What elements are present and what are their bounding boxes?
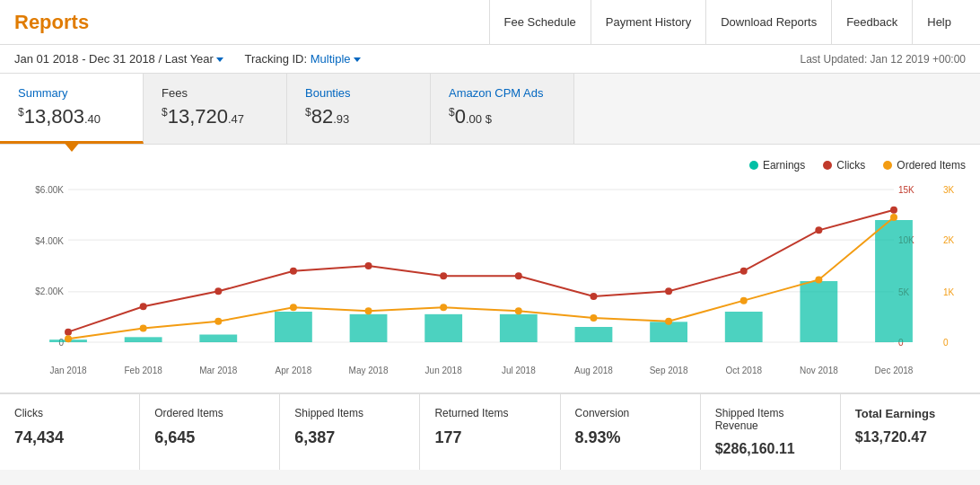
tab-summary-title: Summary [18, 86, 116, 100]
header: Reports Fee Schedule Payment History Dow… [0, 0, 980, 45]
nav-tab-help[interactable]: Help [912, 0, 966, 45]
nav-tab-feedback[interactable]: Feedback [831, 0, 912, 45]
legend-earnings: Earnings [749, 159, 805, 172]
legend-earnings-dot [749, 161, 758, 170]
svg-text:1K: 1K [943, 287, 955, 297]
svg-rect-21 [424, 314, 462, 342]
svg-point-46 [515, 307, 522, 314]
chart-legend: Earnings Clicks Ordered Items [14, 159, 966, 172]
svg-rect-19 [275, 312, 312, 342]
svg-point-44 [365, 307, 372, 314]
tracking-dropdown-icon[interactable] [354, 57, 361, 62]
svg-text:Oct 2018: Oct 2018 [725, 366, 762, 375]
subheader: Jan 01 2018 - Dec 31 2018 / Last Year Tr… [0, 45, 980, 74]
stat-total-value: $13,720.47 [855, 429, 966, 445]
tab-bounties-value: $82.93 [305, 105, 403, 128]
date-range-link[interactable]: Last Year [165, 52, 214, 66]
last-updated: Last Updated: Jan 12 2019 +00:00 [801, 53, 966, 66]
svg-point-43 [290, 304, 297, 311]
tab-bounties[interactable]: Bounties $82.93 [287, 74, 431, 144]
svg-text:Nov 2018: Nov 2018 [800, 366, 838, 375]
legend-ordered-dot [883, 161, 892, 170]
tab-bounties-title: Bounties [305, 86, 403, 100]
svg-text:$4.00K: $4.00K [35, 236, 64, 246]
svg-text:2K: 2K [943, 235, 955, 245]
stats-footer: Clicks 74,434 Ordered Items 6,645 Shippe… [0, 393, 980, 470]
date-range-text: Jan 01 2018 - Dec 31 2018 / [14, 52, 165, 66]
svg-text:15K: 15K [898, 185, 914, 195]
chart-area: $6.00K$4.00K$2.00K015K10K5K03K2K1K0Jan 2… [14, 181, 966, 378]
svg-rect-18 [199, 335, 237, 343]
svg-text:Apr 2018: Apr 2018 [276, 366, 312, 375]
svg-point-50 [815, 276, 822, 283]
legend-earnings-label: Earnings [763, 159, 805, 172]
date-range-dropdown-icon[interactable] [216, 57, 223, 62]
stat-ordered-label: Ordered Items [154, 407, 265, 419]
tab-summary-value: $13,803.40 [18, 105, 116, 128]
svg-text:3K: 3K [943, 185, 955, 195]
tab-amazon-cpm[interactable]: Amazon CPM Ads $0.00 $ [431, 74, 574, 144]
svg-text:Jun 2018: Jun 2018 [425, 366, 463, 375]
svg-text:$2.00K: $2.00K [35, 287, 64, 296]
svg-point-34 [515, 272, 522, 279]
svg-rect-22 [500, 314, 538, 342]
stat-clicks: Clicks 74,434 [0, 394, 140, 470]
legend-clicks-label: Clicks [836, 159, 865, 172]
stat-returned-value: 177 [434, 428, 545, 447]
tracking-id-value[interactable]: Multiple [311, 52, 351, 66]
stat-total-label: Total Earnings [855, 407, 966, 420]
svg-text:Aug 2018: Aug 2018 [574, 366, 613, 375]
svg-point-49 [740, 297, 748, 304]
svg-point-48 [665, 318, 672, 325]
svg-text:Sep 2018: Sep 2018 [650, 366, 688, 375]
stat-conversion-value: 8.93% [575, 428, 686, 447]
svg-point-36 [665, 287, 672, 295]
svg-point-30 [214, 287, 222, 295]
svg-text:Dec 2018: Dec 2018 [875, 366, 914, 375]
summary-tabs: Summary $13,803.40 Fees $13,720.47 Bount… [0, 74, 980, 145]
stat-clicks-label: Clicks [14, 407, 125, 419]
tab-fees-value: $13,720.47 [162, 105, 259, 128]
stat-ordered-items: Ordered Items 6,645 [140, 394, 280, 470]
svg-rect-26 [800, 281, 837, 342]
svg-point-37 [740, 268, 748, 275]
stat-ordered-value: 6,645 [154, 428, 265, 447]
tab-summary[interactable]: Summary $13,803.40 [0, 74, 144, 144]
stat-revenue-label: Shipped Items Revenue [715, 407, 826, 432]
svg-text:$6.00K: $6.00K [35, 185, 64, 195]
nav-tab-fee-schedule[interactable]: Fee Schedule [489, 0, 591, 45]
svg-rect-25 [725, 312, 763, 342]
stat-clicks-value: 74,434 [14, 428, 125, 447]
nav-tab-download-reports[interactable]: Download Reports [705, 0, 831, 45]
svg-point-51 [890, 214, 897, 221]
page-title: Reports [14, 11, 89, 34]
stat-revenue-value: $286,160.11 [715, 441, 826, 457]
svg-text:0: 0 [58, 338, 64, 348]
svg-rect-23 [575, 327, 613, 342]
svg-text:Jan 2018: Jan 2018 [49, 366, 87, 375]
nav-tabs: Fee Schedule Payment History Download Re… [489, 0, 966, 45]
svg-point-41 [140, 325, 147, 332]
tab-fees-title: Fees [162, 86, 259, 100]
svg-text:Feb 2018: Feb 2018 [125, 366, 163, 375]
stat-shipped-label: Shipped Items [294, 407, 405, 419]
stat-shipped-items: Shipped Items 6,387 [280, 394, 420, 470]
stat-conversion: Conversion 8.93% [561, 394, 701, 470]
svg-point-38 [815, 226, 822, 234]
svg-text:May 2018: May 2018 [349, 366, 389, 375]
svg-point-45 [440, 304, 447, 311]
tab-active-indicator [63, 141, 81, 152]
svg-rect-17 [125, 337, 162, 342]
stat-total-earnings: Total Earnings $13,720.47 [841, 394, 980, 470]
stat-returned-label: Returned Items [434, 407, 545, 419]
svg-point-47 [590, 314, 597, 322]
svg-point-40 [65, 335, 72, 342]
nav-tab-payment-history[interactable]: Payment History [591, 0, 705, 45]
svg-text:Jul 2018: Jul 2018 [502, 366, 536, 375]
chart-container: Earnings Clicks Ordered Items $6.00K$4.0… [0, 145, 980, 393]
svg-point-33 [440, 272, 447, 279]
svg-point-35 [590, 293, 597, 300]
tab-fees[interactable]: Fees $13,720.47 [144, 74, 287, 144]
tab-amazon-cpm-value: $0.00 $ [449, 105, 547, 128]
svg-point-32 [365, 262, 372, 269]
